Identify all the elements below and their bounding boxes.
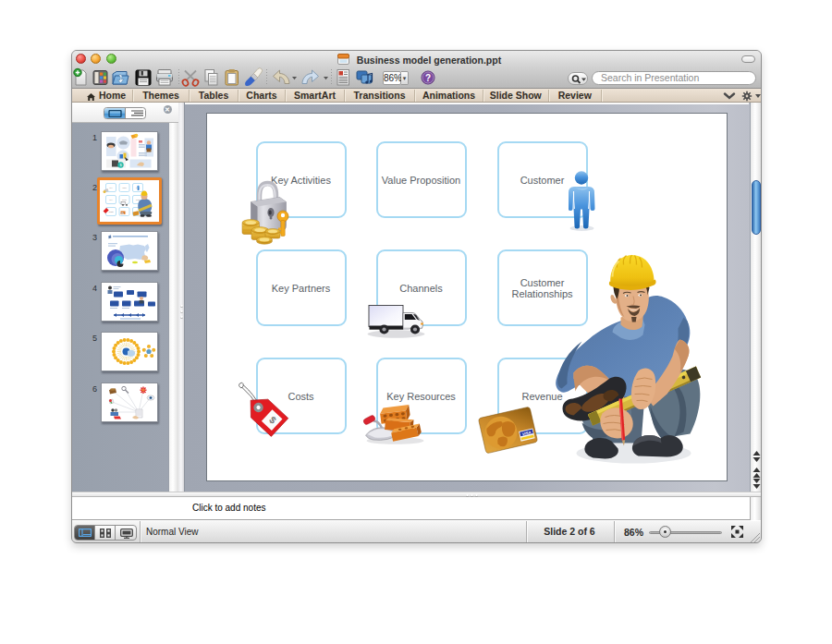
svg-text:Chan: Chan xyxy=(122,199,127,200)
svg-text:Cust: Cust xyxy=(135,199,140,200)
svg-text:Key: Key xyxy=(109,199,112,200)
svg-text:?: ? xyxy=(425,73,431,83)
svg-text:Value: Value xyxy=(122,187,128,188)
svg-text:Costs: Costs xyxy=(108,211,113,213)
svg-text:Key: Key xyxy=(109,187,112,188)
